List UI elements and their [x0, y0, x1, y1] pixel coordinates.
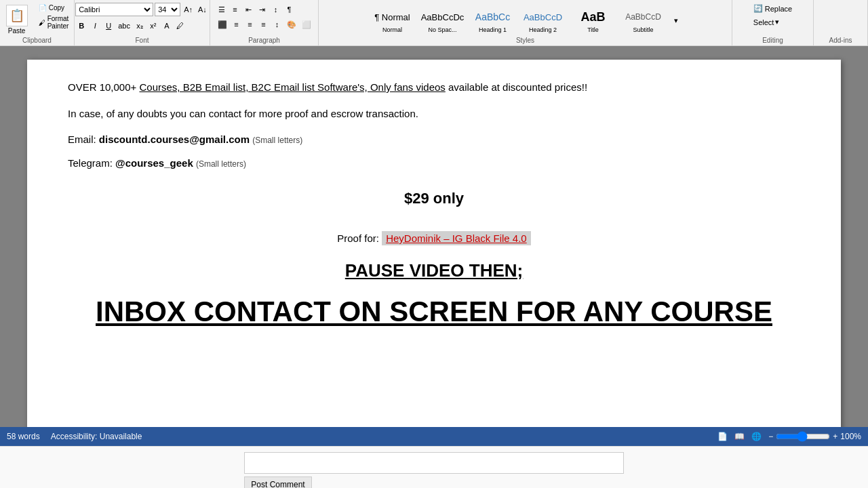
font-size-select[interactable]: 34 [155, 3, 180, 16]
doc-telegram-line: Telegram: @courses_geek (Small letters) [68, 156, 800, 171]
subscript-button[interactable]: x₂ [134, 19, 146, 33]
style-no-spacing[interactable]: AaBbCcDc No Spac... [419, 5, 467, 35]
style-no-spacing-label: No Spac... [428, 26, 456, 33]
status-bar: 58 words Accessibility: Unavailable 📄 📖 … [0, 427, 868, 446]
layout-icon-web[interactable]: 🌐 [751, 432, 762, 441]
clipboard-sub: 📄 Copy 🖌 Format Painter [36, 3, 72, 31]
style-title-label: Title [587, 26, 599, 33]
telegram-prefix: Telegram: [68, 157, 115, 169]
layout-icon-page[interactable]: 📄 [717, 432, 728, 441]
line1-prefix: OVER 10,000+ [68, 81, 139, 93]
styles-more-button[interactable]: ▾ [670, 14, 682, 27]
style-title[interactable]: AaB Title [570, 5, 617, 35]
paragraph-group-label: Paragraph [210, 37, 318, 44]
style-heading1[interactable]: AaBbCc Heading 1 [469, 5, 517, 35]
styles-group: ¶ Normal Normal AaBbCcDc No Spac... AaBb… [319, 0, 732, 45]
style-subtitle-label: Subtitle [633, 26, 653, 33]
doc-line2: In case, of any doubts you can contact f… [68, 106, 800, 122]
justify-button[interactable]: ≡ [258, 18, 270, 31]
replace-icon: 🔄 [753, 4, 763, 13]
indent-decrease-button[interactable]: ⇤ [243, 3, 255, 16]
select-arrow-icon: ▾ [775, 18, 779, 26]
style-heading2-label: Heading 2 [529, 26, 557, 33]
style-subtitle[interactable]: AaBbCcD Subtitle [620, 5, 667, 35]
style-heading2[interactable]: AaBbCcD Heading 2 [519, 5, 567, 35]
style-subtitle-preview: AaBbCcD [625, 7, 661, 26]
numbering-button[interactable]: ≡ [229, 3, 241, 16]
addins-group-label: Add-ins [814, 37, 867, 44]
word-count: 58 words [7, 432, 40, 441]
addins-group: Add-ins [814, 0, 868, 45]
line1-suffix: available at discounted prices!! [446, 81, 587, 93]
comment-area: Post Comment [0, 446, 868, 488]
show-marks-button[interactable]: ¶ [283, 3, 296, 16]
paste-button[interactable]: 📋 Paste [3, 3, 31, 37]
style-normal[interactable]: ¶ Normal Normal [369, 5, 416, 35]
sort-button[interactable]: ↕ [270, 3, 282, 16]
line-spacing-button[interactable]: ↕ [271, 18, 283, 31]
style-heading1-preview: AaBbCc [475, 7, 510, 26]
select-label: Select [753, 18, 774, 26]
style-normal-label: Normal [382, 26, 402, 33]
email-prefix: Email: [68, 134, 99, 145]
para-row2: ⬛ ≡ ≡ ≡ ↕ 🎨 ⬜ [216, 18, 313, 31]
zoom-in-button[interactable]: + [833, 432, 837, 441]
paragraph-group: ☰ ≡ ⇤ ⇥ ↕ ¶ ⬛ ≡ ≡ ≡ ↕ 🎨 ⬜ Paragraph [210, 0, 319, 45]
style-heading1-label: Heading 1 [479, 26, 507, 33]
replace-button[interactable]: 🔄 Replace [750, 3, 795, 14]
doc-line1: OVER 10,000+ Courses, B2B Email list, B2… [68, 80, 800, 96]
bullets-button[interactable]: ☰ [216, 3, 228, 16]
zoom-out-button[interactable]: − [768, 432, 773, 441]
clipboard-group: 📋 Paste 📄 Copy 🖌 Format Painter Clipboar… [0, 0, 75, 45]
italic-button[interactable]: I [89, 19, 101, 33]
post-comment-button[interactable]: Post Comment [244, 476, 312, 488]
align-center-button[interactable]: ≡ [231, 18, 243, 31]
align-left-button[interactable]: ⬛ [216, 18, 229, 31]
copy-label: Copy [49, 4, 64, 12]
font-row1: Calibri 34 A↑ A↓ [75, 3, 209, 18]
format-painter-button[interactable]: 🖌 Format Painter [36, 14, 72, 31]
strikethrough-button[interactable]: abc [116, 19, 132, 33]
layout-icon-read[interactable]: 📖 [734, 432, 745, 441]
comment-inner: Post Comment [244, 452, 624, 488]
telegram-handle: @courses_geek [115, 157, 193, 169]
document-container: OVER 10,000+ Courses, B2B Email list, B2… [0, 46, 868, 434]
pause-video-line: PAUSE VIDEO THEN; [68, 258, 800, 284]
doc-email-line: Email: discountd.courses@gmail.com (Smal… [68, 132, 800, 148]
zoom-slider[interactable] [776, 431, 830, 442]
proof-prefix: Proof for: [337, 232, 382, 244]
font-name-select[interactable]: Calibri [75, 3, 153, 16]
highlight-button[interactable]: 🖊 [174, 19, 186, 33]
price-line: $29 only [68, 187, 800, 209]
clipboard-group-label: Clipboard [0, 37, 74, 44]
telegram-small: (Small letters) [196, 159, 246, 169]
editing-group: 🔄 Replace Select ▾ Editing [732, 0, 814, 45]
style-no-spacing-preview: AaBbCcDc [421, 7, 465, 26]
line1-underline: Courses, B2B Email list, B2C Email list … [139, 81, 445, 93]
accessibility-status: Accessibility: Unavailable [51, 432, 142, 441]
format-painter-label: Format Painter [47, 15, 69, 30]
status-right: 📄 📖 🌐 − + 100% [717, 431, 861, 442]
underline-button[interactable]: U [102, 19, 115, 33]
indent-increase-button[interactable]: ⇥ [256, 3, 269, 16]
copy-button[interactable]: 📄 Copy [36, 3, 72, 13]
paste-icon: 📋 [6, 5, 28, 26]
grow-font-button[interactable]: A↑ [182, 3, 195, 16]
borders-button[interactable]: ⬜ [300, 18, 313, 31]
shading-button[interactable]: 🎨 [285, 18, 298, 31]
superscript-button[interactable]: x² [147, 19, 159, 33]
editing-group-label: Editing [732, 37, 813, 44]
font-color-button[interactable]: A [161, 19, 173, 33]
comment-textarea[interactable] [244, 452, 624, 474]
proof-line: Proof for: HeyDominik – IG Black File 4.… [68, 231, 800, 247]
style-normal-preview: ¶ Normal [374, 7, 410, 26]
email-address: discountd.courses@gmail.com [99, 134, 250, 145]
font-row2: B I U abc x₂ x² A 🖊 [75, 19, 186, 33]
select-button[interactable]: Select ▾ [750, 16, 795, 28]
shrink-font-button[interactable]: A↓ [196, 3, 209, 16]
document-page[interactable]: OVER 10,000+ Courses, B2B Email list, B2… [27, 60, 841, 434]
font-group-label: Font [75, 37, 210, 44]
bold-button[interactable]: B [75, 19, 87, 33]
align-right-button[interactable]: ≡ [244, 18, 256, 31]
replace-label: Replace [765, 5, 792, 13]
